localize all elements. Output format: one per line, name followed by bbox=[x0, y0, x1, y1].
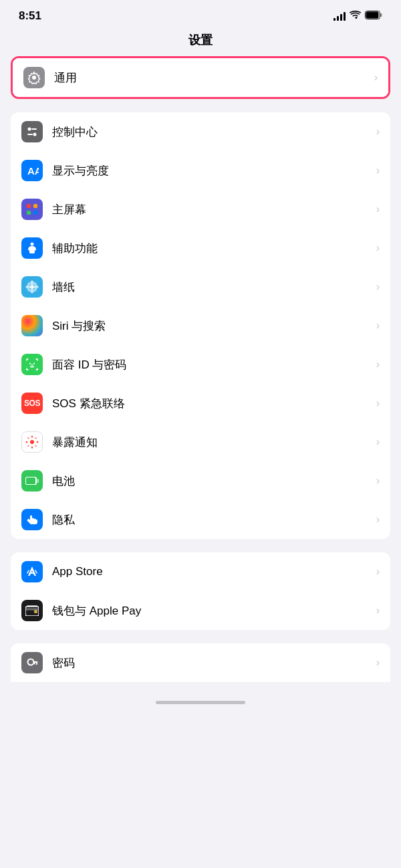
grid-icon bbox=[25, 203, 39, 216]
svg-rect-33 bbox=[37, 479, 39, 483]
home-bar bbox=[156, 701, 245, 704]
exposure-chevron: › bbox=[376, 436, 380, 448]
svg-point-14 bbox=[30, 285, 34, 289]
row-exposure[interactable]: 暴露通知 › bbox=[11, 423, 390, 461]
wallet-icon bbox=[21, 600, 43, 621]
row-privacy[interactable]: 隐私 › bbox=[11, 500, 390, 539]
privacy-chevron: › bbox=[376, 514, 380, 526]
battery-svg-icon bbox=[25, 476, 39, 485]
status-time: 8:51 bbox=[19, 9, 41, 23]
row-siri[interactable]: Siri 与搜索 › bbox=[11, 306, 390, 345]
svg-point-27 bbox=[37, 441, 39, 443]
status-bar: 8:51 bbox=[0, 0, 401, 28]
battery-icon bbox=[365, 10, 382, 22]
svg-rect-2 bbox=[366, 12, 379, 19]
row-wallpaper[interactable]: 墙纸 › bbox=[11, 267, 390, 306]
home-screen-label: 主屏幕 bbox=[52, 202, 371, 217]
svg-rect-7 bbox=[27, 134, 33, 135]
exposure-label: 暴露通知 bbox=[52, 435, 371, 450]
svg-rect-1 bbox=[380, 13, 382, 17]
wallpaper-icon bbox=[21, 276, 43, 298]
row-display[interactable]: AA 显示与亮度 › bbox=[11, 151, 390, 190]
svg-rect-39 bbox=[33, 661, 38, 663]
sliders-icon bbox=[25, 125, 39, 138]
svg-rect-10 bbox=[33, 204, 37, 208]
svg-point-29 bbox=[35, 445, 37, 447]
sos-icon: SOS bbox=[21, 393, 43, 414]
svg-point-16 bbox=[31, 289, 34, 294]
section-store: App Store › 钱包与 Apple Pay › bbox=[11, 552, 390, 630]
home-screen-icon bbox=[21, 199, 43, 220]
general-chevron: › bbox=[374, 72, 378, 84]
svg-rect-34 bbox=[26, 477, 35, 484]
status-icons bbox=[333, 10, 382, 22]
svg-point-26 bbox=[26, 441, 28, 443]
privacy-icon bbox=[21, 509, 43, 530]
row-home-screen[interactable]: 主屏幕 › bbox=[11, 190, 390, 229]
svg-rect-6 bbox=[31, 128, 37, 130]
svg-point-30 bbox=[35, 437, 37, 439]
wifi-icon bbox=[350, 10, 361, 22]
control-center-icon bbox=[21, 121, 43, 142]
row-control-center[interactable]: 控制中心 › bbox=[11, 112, 390, 151]
wallet-svg-icon bbox=[25, 605, 39, 616]
row-battery[interactable]: 电池 › bbox=[11, 461, 390, 500]
exposure-dots-icon bbox=[25, 435, 39, 449]
wallet-chevron: › bbox=[376, 605, 380, 617]
passwords-icon bbox=[21, 652, 43, 673]
faceid-label: 面容 ID 与密码 bbox=[52, 357, 371, 372]
svg-point-13 bbox=[31, 243, 34, 246]
section-display-group: 控制中心 › AA 显示与亮度 › 主屏幕 › bbox=[11, 112, 390, 539]
privacy-label: 隐私 bbox=[52, 512, 371, 528]
sos-chevron: › bbox=[376, 397, 380, 409]
hand-icon bbox=[25, 513, 39, 526]
svg-rect-9 bbox=[27, 204, 31, 208]
svg-point-17 bbox=[26, 286, 31, 289]
svg-point-5 bbox=[33, 133, 37, 136]
exposure-icon bbox=[21, 431, 43, 453]
row-app-store[interactable]: App Store › bbox=[11, 552, 390, 591]
display-brightness-icon: AA bbox=[25, 164, 39, 177]
accessibility-label: 辅助功能 bbox=[52, 241, 371, 256]
faceid-chevron: › bbox=[376, 358, 380, 370]
battery-label: 电池 bbox=[52, 473, 371, 489]
page-title: 设置 bbox=[0, 28, 401, 56]
svg-point-15 bbox=[31, 281, 34, 286]
svg-rect-12 bbox=[33, 211, 37, 215]
svg-rect-40 bbox=[36, 663, 37, 665]
siri-chevron: › bbox=[376, 320, 380, 332]
passwords-chevron: › bbox=[376, 657, 380, 669]
signal-icon bbox=[333, 11, 346, 21]
wallet-label: 钱包与 Apple Pay bbox=[52, 603, 371, 619]
accessibility-icon bbox=[21, 237, 43, 259]
control-center-chevron: › bbox=[376, 126, 380, 138]
home-indicator bbox=[0, 695, 401, 707]
home-screen-chevron: › bbox=[376, 203, 380, 215]
svg-rect-11 bbox=[27, 211, 31, 215]
sos-label: SOS 紧急联络 bbox=[52, 396, 371, 411]
row-wallet[interactable]: 钱包与 Apple Pay › bbox=[11, 591, 390, 630]
row-faceid[interactable]: 面容 ID 与密码 › bbox=[11, 345, 390, 384]
app-store-label: App Store bbox=[52, 565, 371, 578]
section-passwords: 密码 › bbox=[11, 643, 390, 682]
app-store-chevron: › bbox=[376, 566, 380, 578]
siri-label: Siri 与搜索 bbox=[52, 318, 371, 334]
svg-rect-37 bbox=[34, 610, 37, 613]
row-accessibility[interactable]: 辅助功能 › bbox=[11, 229, 390, 267]
face-scan-icon bbox=[25, 358, 39, 371]
accessibility-person-icon bbox=[25, 241, 39, 255]
svg-point-38 bbox=[28, 659, 34, 665]
row-general[interactable]: 通用 › bbox=[13, 58, 388, 97]
svg-point-31 bbox=[27, 445, 29, 447]
wallpaper-label: 墙纸 bbox=[52, 280, 371, 295]
svg-point-28 bbox=[27, 437, 29, 439]
svg-point-4 bbox=[28, 128, 31, 131]
row-sos[interactable]: SOS SOS 紧急联络 › bbox=[11, 384, 390, 423]
battery-settings-icon bbox=[21, 470, 43, 492]
row-passwords[interactable]: 密码 › bbox=[11, 643, 390, 682]
svg-point-25 bbox=[31, 447, 33, 449]
svg-text:AA: AA bbox=[27, 165, 39, 177]
general-label: 通用 bbox=[54, 70, 369, 86]
control-center-label: 控制中心 bbox=[52, 124, 371, 140]
gear-icon bbox=[27, 71, 41, 84]
